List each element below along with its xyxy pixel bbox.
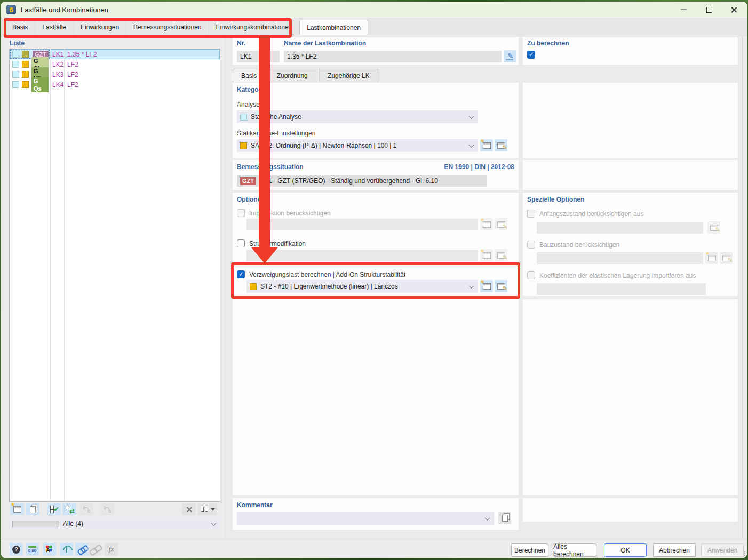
filter-color-swatch xyxy=(12,521,59,527)
bauzustand-checkbox xyxy=(527,241,535,249)
analysetyp-dropdown[interactable]: Statische Analyse xyxy=(237,110,478,123)
statikanalyse-color-swatch xyxy=(240,142,247,149)
nr-name-panel: Nr. LK1 Name der Lastkombination 1.35 * … xyxy=(233,37,519,65)
analysetyp-label: Analysetyp xyxy=(237,101,268,108)
new-stabilitaet-button[interactable] xyxy=(480,280,493,292)
check-all-button[interactable] xyxy=(47,503,61,515)
renumber-icon xyxy=(83,506,90,513)
edit-icon xyxy=(497,142,505,149)
copy-kommentar-button[interactable] xyxy=(498,512,511,524)
edit-bauzustand-button xyxy=(720,252,733,264)
copy-item-button[interactable] xyxy=(26,503,39,515)
detail-tab-zugehoerige-lk[interactable]: Zugehörige LK xyxy=(319,69,378,82)
to-calculate-checkbox[interactable] xyxy=(527,51,535,59)
link-icon xyxy=(78,546,86,553)
strukturmodifikation-label: Strukturmodifikation xyxy=(249,240,306,247)
list-item-name: LF2 xyxy=(64,61,78,68)
delete-item-button[interactable] xyxy=(182,503,196,515)
panel-divider xyxy=(226,37,226,538)
link-button[interactable] xyxy=(75,543,89,556)
verzweigungslast-checkbox[interactable] xyxy=(237,270,245,278)
list-item-id: LK2 xyxy=(50,61,64,68)
new-icon xyxy=(483,142,491,149)
view-mode-button[interactable] xyxy=(198,503,217,515)
load-combination-list[interactable]: GZT LK1 1.35 * LF2 G Ch LK2 LF2 G Hä LK3… xyxy=(9,49,220,502)
tab-bemessungssituationen[interactable]: Bemessungssituationen xyxy=(126,20,209,35)
list-item[interactable]: G Qs LK4 LF2 xyxy=(10,79,220,90)
berechnen-button[interactable]: Berechnen xyxy=(511,543,548,557)
verzweigungslast-label: Verzweigungslast berechnen | Add-On Stru… xyxy=(249,271,405,278)
edit-icon xyxy=(710,225,718,231)
anwenden-button: Anwenden xyxy=(701,543,744,557)
name-label: Name der Lastkombination xyxy=(284,39,366,47)
ok-button[interactable]: OK xyxy=(604,543,647,557)
help-icon: ? xyxy=(12,546,20,554)
stabilitaet-dropdown[interactable]: ST2 - #10 | Eigenwertmethode (linear) | … xyxy=(246,280,478,293)
anfangszustand-checkbox xyxy=(527,210,535,218)
imperfektion-input xyxy=(246,219,478,230)
statikanalyse-dropdown[interactable]: SA2 - 2. Ordnung (P-Δ) | Newton-Raphson … xyxy=(237,139,478,152)
gzt-badge: GZT xyxy=(240,177,256,185)
imperfektion-label: Imperfektion berücksichtigen xyxy=(249,210,331,217)
kommentar-dropdown[interactable] xyxy=(237,512,494,525)
detail-tab-basis[interactable]: Basis xyxy=(233,69,265,82)
list-header: Liste xyxy=(10,39,25,47)
list-item-id: LK1 xyxy=(50,51,64,58)
name-input[interactable]: 1.35 * LF2 xyxy=(284,51,502,62)
detail-tab-bar: Basis Zuordnung Zugehörige LK xyxy=(233,69,379,82)
tab-einwirkungskombinationen[interactable]: Einwirkungskombinationen xyxy=(209,20,300,35)
chevron-down-icon xyxy=(485,515,490,521)
detail-tab-zuordnung[interactable]: Zuordnung xyxy=(268,69,316,82)
category-color-swatch xyxy=(22,81,29,88)
chevron-down-icon xyxy=(469,114,474,119)
statikanalyse-value: SA2 - 2. Ordnung (P-Δ) | Newton-Raphson … xyxy=(251,142,397,149)
analysis-color-swatch xyxy=(12,71,19,78)
help-button[interactable]: ? xyxy=(10,543,23,556)
strukturmodifikation-checkbox[interactable] xyxy=(237,239,245,247)
spezielle-optionen-panel: Spezielle Optionen Anfangszustand berück… xyxy=(523,193,738,296)
list-column-divider xyxy=(50,49,51,501)
nr-input[interactable]: LK1 xyxy=(237,51,280,62)
edit-strukturmodifikation-button xyxy=(495,249,507,261)
koeffizienten-checkbox xyxy=(527,271,535,279)
alles-berechnen-button[interactable]: Alles berechnen xyxy=(553,543,596,557)
maximize-button[interactable] xyxy=(698,2,720,18)
display-settings-button[interactable]: A xyxy=(43,543,56,556)
chevron-down-icon xyxy=(211,521,217,526)
category-color-swatch xyxy=(22,61,29,68)
design-situation-badge: G Qs xyxy=(31,77,49,92)
edit-statikanalyse-button[interactable] xyxy=(495,139,507,151)
tab-lastkombinationen[interactable]: Lastkombinationen xyxy=(299,20,368,35)
kommentar-panel: Kommentar xyxy=(233,498,519,530)
chevron-down-icon xyxy=(469,283,474,289)
minimize-button[interactable] xyxy=(672,2,695,18)
units-settings-button[interactable]: 0,00 xyxy=(26,543,39,556)
formula-button[interactable]: fx xyxy=(105,543,118,556)
list-item-id: LK4 xyxy=(50,81,64,89)
new-icon xyxy=(483,283,491,290)
list-column-divider xyxy=(64,49,65,501)
renumber-sequence-button xyxy=(100,503,114,515)
abbrechen-button[interactable]: Abbrechen xyxy=(653,543,696,557)
empty-panel xyxy=(523,299,738,495)
edit-anfangszustand-button xyxy=(707,221,720,234)
tree-view-button[interactable] xyxy=(60,543,73,556)
new-statikanalyse-button[interactable] xyxy=(480,139,493,151)
tab-einwirkungen[interactable]: Einwirkungen xyxy=(74,20,126,35)
filter-label: Alle (4) xyxy=(63,520,83,527)
list-item-name: LF2 xyxy=(64,81,78,89)
chevron-down-icon xyxy=(469,142,474,148)
invert-check-button[interactable] xyxy=(62,503,76,515)
list-filter-dropdown[interactable]: Alle (4) xyxy=(9,517,220,530)
analysetyp-color-swatch xyxy=(240,114,247,121)
rename-button[interactable] xyxy=(504,50,516,62)
close-button[interactable] xyxy=(722,2,745,18)
edit-stabilitaet-button[interactable] xyxy=(495,280,507,292)
right-border-line xyxy=(742,37,743,538)
new-item-button[interactable] xyxy=(10,503,24,515)
bemessung-field[interactable]: GZT BS1 - GZT (STR/GEO) - Ständig und vo… xyxy=(237,175,487,187)
list-item-id: LK3 xyxy=(50,71,64,78)
tab-basis[interactable]: Basis xyxy=(5,20,35,35)
tab-lastfaelle[interactable]: Lastfälle xyxy=(35,20,74,35)
unlink-button xyxy=(87,543,101,556)
